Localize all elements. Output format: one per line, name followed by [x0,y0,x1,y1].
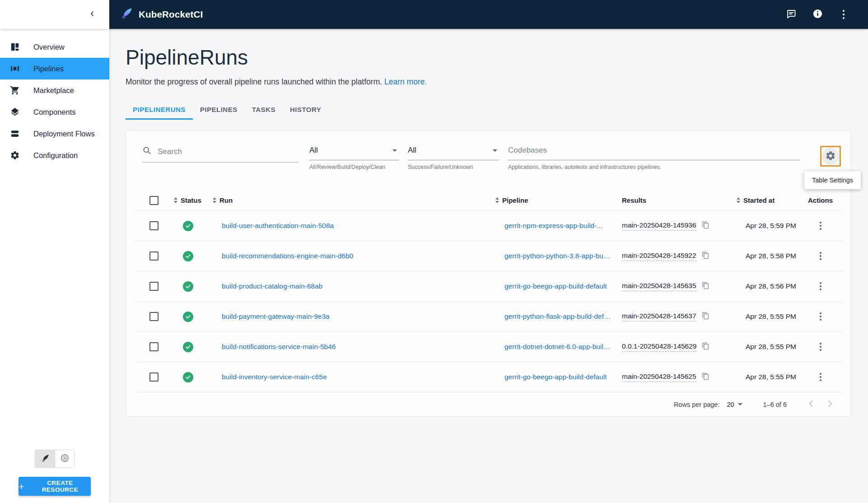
column-header-status[interactable]: Status [169,196,211,204]
column-header-actions: Actions [798,196,843,204]
row-actions-button[interactable] [817,219,824,233]
copy-button[interactable] [702,252,709,261]
chevron-left-icon [89,10,96,19]
sidebar-item-overview[interactable]: Overview [0,36,109,58]
brand: KubeRocketCI [119,6,203,23]
run-link[interactable]: build-inventory-service-main-c65e [222,373,327,381]
copy-button[interactable] [702,312,709,321]
pipeline-link[interactable]: gerrit-dotnet-dotnet-6.0-app-build-... [504,343,611,351]
column-header-results: Results [611,196,735,204]
pipelineruns-table: Status Run Pipeline Results [126,190,851,416]
result-value[interactable]: main-20250428-145637 [622,312,696,321]
status-select[interactable]: All Success/Failure/Unknown [408,146,499,170]
row-checkbox[interactable] [149,221,159,230]
run-link[interactable]: build-recommendations-engine-main-d6b0 [222,252,353,260]
sidebar-item-label: Components [33,108,76,116]
kubernetes-view-button[interactable] [55,450,75,468]
result-value[interactable]: main-20250428-145922 [622,252,696,261]
sidebar-item-pipelines[interactable]: Pipelines [0,58,109,79]
run-link[interactable]: build-user-authentication-main-508a [222,222,334,230]
pipeline-link[interactable]: gerrit-python-flask-app-build-default [504,312,611,321]
row-actions-button[interactable] [817,370,824,384]
sidebar-bottom: + CREATE RESOURCE [0,450,109,503]
copy-button[interactable] [702,282,709,291]
feedback-chat-button[interactable] [785,8,798,21]
table-settings-button[interactable] [820,146,841,167]
copy-button[interactable] [702,342,709,351]
tab-tasks[interactable]: TASKS [245,99,283,120]
table-settings-wrap: Table Settings [820,146,841,167]
run-link[interactable]: build-payment-gateway-main-9e3a [222,312,330,321]
gear-icon [825,150,836,163]
tab-pipelineruns[interactable]: PIPELINERUNS [126,99,193,120]
sidebar-item-marketplace[interactable]: Marketplace [0,79,109,101]
learn-more-link[interactable]: Learn more. [384,77,427,86]
started-at-value: Apr 28, 5:56 PM [746,282,796,290]
topbar: KubeRocketCI [109,0,868,29]
run-link[interactable]: build-notifications-service-main-5b46 [222,343,336,351]
row-checkbox[interactable] [149,342,159,351]
column-header-pipeline[interactable]: Pipeline [494,196,611,204]
rows-per-page-label: Rows per page: [674,401,720,408]
search-field[interactable]: Search [142,146,299,163]
column-header-run[interactable]: Run [211,196,494,204]
result-value[interactable]: main-20250428-145635 [622,282,696,291]
pipeline-link[interactable]: gerrit-npm-express-app-build-... [504,222,602,230]
pagination: Rows per page: 20 1–6 of 6 [126,392,851,416]
sidebar-item-label: Overview [33,43,65,51]
status-success-icon [183,281,193,292]
previous-page-button[interactable] [806,398,817,410]
row-actions-button[interactable] [817,340,824,354]
pipeline-link[interactable]: gerrit-go-beego-app-build-default [504,373,607,381]
copy-button[interactable] [702,221,709,230]
chevron-left-icon [806,398,817,410]
sidebar-collapse-button[interactable] [89,10,96,19]
status-success-icon [183,251,193,261]
info-button[interactable] [811,8,824,21]
rows-per-page-select[interactable]: 20 [727,401,744,408]
topbar-menu-button[interactable] [837,8,850,21]
result-value[interactable]: 0.0.1-20250428-145629 [622,342,696,352]
sidebar-item-deployment-flows[interactable]: Deployment Flows [0,123,109,144]
pipeline-link[interactable]: gerrit-go-beego-app-build-default [504,282,607,290]
view-mode-toggle [0,450,109,468]
kubernetes-icon [60,453,70,464]
pagination-range: 1–6 of 6 [763,401,787,408]
row-checkbox[interactable] [149,282,159,291]
table-header-row: Status Run Pipeline Results [134,190,843,211]
column-header-started-at[interactable]: Started at [735,196,798,204]
pipeline-type-select[interactable]: All All/Review/Build/Deploy/Clean [309,146,399,170]
status-success-icon [183,372,193,382]
sidebar-item-label: Marketplace [33,86,74,95]
page-title: PipelineRuns [126,45,851,70]
pipeline-type-helper: All/Review/Build/Deploy/Clean [309,164,399,170]
next-page-button[interactable] [825,398,835,410]
chevron-down-icon [392,149,397,152]
search-placeholder: Search [158,147,182,156]
create-resource-button[interactable]: + CREATE RESOURCE [19,477,91,496]
codebases-field[interactable]: Codebases Applications, libraries, autot… [508,146,800,170]
result-value[interactable]: main-20250428-145625 [622,373,696,382]
run-link[interactable]: build-product-catalog-main-68ab [222,282,322,290]
copy-button[interactable] [702,373,709,382]
tab-history[interactable]: HISTORY [283,99,328,120]
sidebar-item-configuration[interactable]: Configuration [0,144,109,166]
chevron-down-icon [738,403,742,405]
row-checkbox[interactable] [149,252,159,261]
row-actions-button[interactable] [817,249,824,263]
info-icon [812,9,823,20]
tab-pipelines[interactable]: PIPELINES [193,99,245,120]
pipeline-link[interactable]: gerrit-python-python-3.8-app-build-... [504,252,611,260]
table-row: build-inventory-service-main-c65e gerrit… [134,362,843,392]
sidebar-nav: Overview Pipelines Marketplace Component… [0,36,109,166]
row-checkbox[interactable] [149,373,159,382]
row-checkbox[interactable] [149,312,159,321]
result-value[interactable]: main-20250428-145936 [622,221,696,231]
sidebar-item-components[interactable]: Components [0,101,109,123]
row-actions-button[interactable] [817,279,824,293]
search-icon [142,146,151,157]
started-at-value: Apr 28, 5:55 PM [746,312,796,321]
row-actions-button[interactable] [817,310,824,323]
kuberocketci-view-button[interactable] [35,450,55,468]
select-all-checkbox[interactable] [149,196,159,205]
